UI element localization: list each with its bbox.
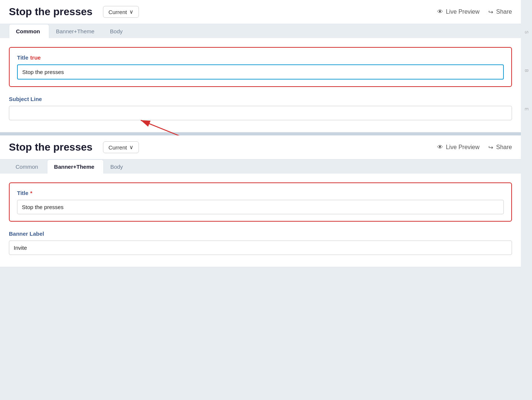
- top-panel-title: Stop the presses: [9, 6, 93, 18]
- top-tabs-bar: Common Banner+Theme Body: [0, 24, 521, 38]
- bottom-version-dropdown[interactable]: Current ∨: [103, 141, 139, 153]
- page-wrapper: Stop the presses Current ∨ 👁 Live Previe…: [0, 0, 532, 267]
- top-eye-icon: 👁: [437, 9, 443, 15]
- bottom-panel-header: Stop the presses Current ∨ 👁 Live Previe…: [0, 135, 521, 159]
- sidebar-letter-s1: S: [524, 31, 529, 34]
- bottom-version-label: Current: [109, 144, 127, 151]
- top-title-field-group: Title true: [9, 47, 512, 87]
- bottom-banner-label-input[interactable]: [9, 241, 512, 255]
- top-header-right: 👁 Live Preview ↪ Share: [437, 9, 512, 16]
- top-share-icon: ↪: [488, 9, 493, 16]
- bottom-title-required-star: *: [30, 190, 33, 196]
- top-subject-field-group: Subject Line: [9, 96, 512, 120]
- top-live-preview-button[interactable]: 👁 Live Preview: [437, 9, 480, 15]
- top-tab-body[interactable]: Body: [103, 24, 132, 38]
- bottom-live-preview-button[interactable]: 👁 Live Preview: [437, 144, 480, 151]
- right-sidebar: S B E: [521, 0, 532, 267]
- bottom-share-button[interactable]: ↪ Share: [488, 144, 512, 151]
- top-share-button[interactable]: ↪ Share: [488, 9, 512, 16]
- top-tab-banner-theme[interactable]: Banner+Theme: [49, 24, 103, 38]
- top-version-chevron: ∨: [129, 9, 133, 15]
- top-version-label: Current: [109, 9, 127, 15]
- top-live-preview-label: Live Preview: [446, 9, 480, 15]
- bottom-title-input[interactable]: [17, 200, 504, 214]
- top-version-dropdown[interactable]: Current ∨: [103, 6, 139, 18]
- top-subject-label: Subject Line: [9, 96, 512, 102]
- panel-divider: [0, 132, 532, 135]
- top-panel: Stop the presses Current ∨ 👁 Live Previe…: [0, 0, 532, 132]
- bottom-tab-banner-theme[interactable]: Banner+Theme: [47, 159, 104, 174]
- bottom-panel-content: Title * Banner Label: [0, 174, 521, 267]
- bottom-title-field-group: Title *: [9, 182, 512, 222]
- bottom-tabs-bar: Common Banner+Theme Body: [0, 159, 521, 174]
- bottom-title-label: Title *: [17, 190, 504, 196]
- bottom-share-icon: ↪: [488, 144, 493, 151]
- top-subject-input[interactable]: [9, 106, 512, 120]
- top-title-input[interactable]: [17, 64, 504, 80]
- top-title-label: Title true: [17, 54, 504, 61]
- bottom-share-label: Share: [496, 144, 512, 151]
- bottom-live-preview-label: Live Preview: [446, 144, 480, 151]
- bottom-header-right: 👁 Live Preview ↪ Share: [437, 144, 512, 151]
- bottom-panel-title: Stop the presses: [9, 141, 93, 153]
- top-share-label: Share: [496, 9, 512, 15]
- top-panel-content: Title true Subject Line: [0, 38, 521, 132]
- top-panel-header: Stop the presses Current ∨ 👁 Live Previe…: [0, 0, 521, 24]
- bottom-banner-label-field-group: Banner Label: [9, 231, 512, 255]
- bottom-version-chevron: ∨: [129, 144, 133, 151]
- bottom-tab-common[interactable]: Common: [9, 160, 47, 174]
- top-title-required-star: true: [30, 54, 41, 61]
- bottom-tab-body[interactable]: Body: [104, 160, 132, 174]
- top-tab-common[interactable]: Common: [9, 24, 49, 38]
- sidebar-letter-e: E: [524, 108, 529, 111]
- bottom-panel: Stop the presses Current ∨ 👁 Live Previe…: [0, 135, 532, 267]
- bottom-banner-label: Banner Label: [9, 231, 512, 237]
- bottom-eye-icon: 👁: [437, 144, 443, 151]
- sidebar-letter-b: B: [524, 69, 529, 72]
